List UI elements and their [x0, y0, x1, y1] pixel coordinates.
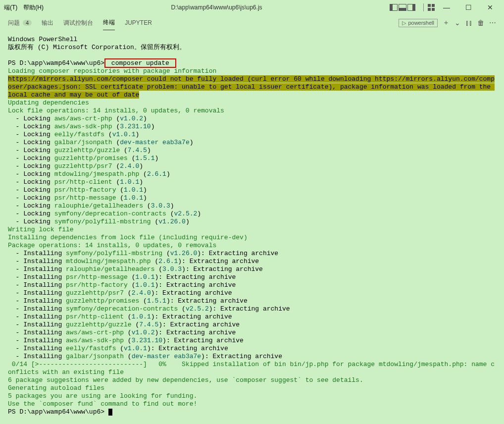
lock-item: - Locking aws/aws-sdk-php (3.231.10): [8, 123, 496, 131]
prompt-line: PS D:\app\wamp64\www\up6> composer updat…: [8, 59, 496, 67]
lock-item: - Locking symfony/polyfill-mbstring (v1.…: [8, 218, 496, 226]
prompt-line: PS D:\app\wamp64\www\up6>: [8, 408, 496, 416]
titlebar: 端(T) 帮助(H) D:\app\wamp64\www\up6\js\up6.…: [0, 0, 504, 15]
install-item: - Installing mtdowling/jmespath.php (2.6…: [8, 258, 496, 265]
powershell-icon: ▷: [402, 20, 406, 26]
install-item: - Installing psr/http-factory (1.0.1): E…: [8, 281, 496, 289]
split-terminal-icon[interactable]: ⫿⫿: [465, 19, 472, 27]
maximize-button[interactable]: ☐: [458, 0, 478, 14]
term-line: Use the `composer fund` command to find …: [8, 400, 496, 408]
chevron-down-icon[interactable]: ⌄: [454, 19, 460, 27]
lock-item: - Locking aws/aws-crt-php (v1.0.2): [8, 115, 496, 123]
tab-terminal[interactable]: 终端: [103, 15, 115, 30]
term-line: Installing dependencies from lock file (…: [8, 234, 496, 242]
lock-item: - Locking psr/http-client (1.0.1): [8, 178, 496, 186]
blank: [8, 52, 496, 59]
install-item: - Installing eelly/fastdfs (v1.0.1): Ext…: [8, 345, 496, 353]
lock-item: - Locking guzzlehttp/guzzle (7.4.5): [8, 147, 496, 155]
lock-item: - Locking galbar/jsonpath (dev-master ea…: [8, 139, 496, 147]
window-title: D:\app\wamp64\www\up6\js\up6.js: [44, 4, 390, 11]
problems-badge: 4: [23, 20, 32, 26]
panel-tabbar: 问题 4 输出 调试控制台 终端 JUPYTER ▷ powershell ＋ …: [0, 15, 504, 31]
term-line: Generating autoload files: [8, 384, 496, 392]
menu-terminal[interactable]: 端(T): [4, 3, 17, 12]
lock-item: - Locking ralouphie/getallheaders (3.0.3…: [8, 202, 496, 210]
close-button[interactable]: ✕: [480, 0, 500, 14]
lock-item: - Locking mtdowling/jmespath.php (2.6.1): [8, 170, 496, 178]
install-item: - Installing symfony/polyfill-mbstring (…: [8, 250, 496, 258]
lock-item: - Locking symfony/deprecation-contracts …: [8, 210, 496, 218]
progress-line: 0/14 [>---------------------------] 0% S…: [8, 361, 498, 376]
terminal-output[interactable]: Windows PowerShell版权所有 (C) Microsoft Cor…: [0, 31, 504, 421]
term-line: Updating dependencies: [8, 99, 496, 107]
term-line: 版权所有 (C) Microsoft Corporation。保留所有权利。: [8, 44, 496, 52]
layout-right-icon[interactable]: [407, 4, 415, 11]
lock-item: - Locking psr/http-message (1.0.1): [8, 194, 496, 202]
install-item: - Installing guzzlehttp/guzzle (7.4.5): …: [8, 321, 496, 329]
tab-jupyter[interactable]: JUPYTER: [125, 16, 152, 29]
lock-item: - Locking eelly/fastdfs (v1.0.1): [8, 131, 496, 139]
install-list: - Installing symfony/polyfill-mbstring (…: [8, 250, 496, 361]
tab-output[interactable]: 输出: [42, 16, 53, 30]
lock-item: - Locking psr/http-factory (1.0.1): [8, 186, 496, 194]
new-terminal-button[interactable]: ＋: [443, 18, 450, 27]
term-line: Loading composer repositories with packa…: [8, 67, 496, 75]
install-item: - Installing guzzlehttp/promises (1.5.1)…: [8, 297, 496, 305]
trash-icon[interactable]: 🗑: [477, 19, 484, 27]
lock-item: - Locking guzzlehttp/psr7 (2.4.0): [8, 162, 496, 170]
term-line: Lock file operations: 14 installs, 0 upd…: [8, 107, 496, 115]
term-line: 6 package suggestions were added by new …: [8, 376, 496, 384]
install-item: - Installing galbar/jsonpath (dev-master…: [8, 353, 496, 361]
install-item: - Installing aws/aws-sdk-php (3.231.10):…: [8, 337, 496, 345]
more-icon[interactable]: ⋯: [489, 19, 496, 27]
install-item: - Installing ralouphie/getallheaders (3.…: [8, 265, 496, 273]
command-highlight: composer update: [104, 58, 176, 68]
layout-bottom-icon[interactable]: [399, 4, 406, 11]
install-item: - Installing guzzlehttp/psr7 (2.4.0): Ex…: [8, 289, 496, 297]
tab-debug-console[interactable]: 调试控制台: [63, 16, 93, 30]
install-item: - Installing psr/http-client (1.0.1): Ex…: [8, 313, 496, 321]
term-line: 5 packages you are using are looking for…: [8, 392, 496, 400]
install-item: - Installing psr/http-message (1.0.1): E…: [8, 273, 496, 281]
lock-item: - Locking guzzlehttp/promises (1.5.1): [8, 155, 496, 162]
shell-label: powershell: [408, 20, 434, 26]
layout-left-icon[interactable]: [390, 4, 398, 11]
term-line: Package operations: 14 installs, 0 updat…: [8, 242, 496, 250]
install-item: - Installing symfony/deprecation-contrac…: [8, 305, 496, 313]
layout-icons: [390, 4, 415, 11]
term-line: Writing lock file: [8, 226, 496, 234]
separator: [423, 3, 424, 11]
warning-line: https://mirrors.aliyun.com/composer coul…: [8, 75, 498, 99]
cursor: [108, 409, 112, 416]
terminal-shell-chip[interactable]: ▷ powershell: [399, 19, 438, 27]
install-item: - Installing aws/aws-crt-php (v1.0.2): E…: [8, 329, 496, 337]
customize-layout-icon[interactable]: [428, 4, 435, 11]
minimize-button[interactable]: —: [437, 0, 456, 14]
menu-help[interactable]: 帮助(H): [23, 3, 44, 12]
lock-list: - Locking aws/aws-crt-php (v1.0.2) - Loc…: [8, 115, 496, 226]
tab-label: 问题: [8, 19, 20, 27]
tab-problems[interactable]: 问题 4: [8, 16, 32, 30]
term-line: Windows PowerShell: [8, 36, 496, 44]
